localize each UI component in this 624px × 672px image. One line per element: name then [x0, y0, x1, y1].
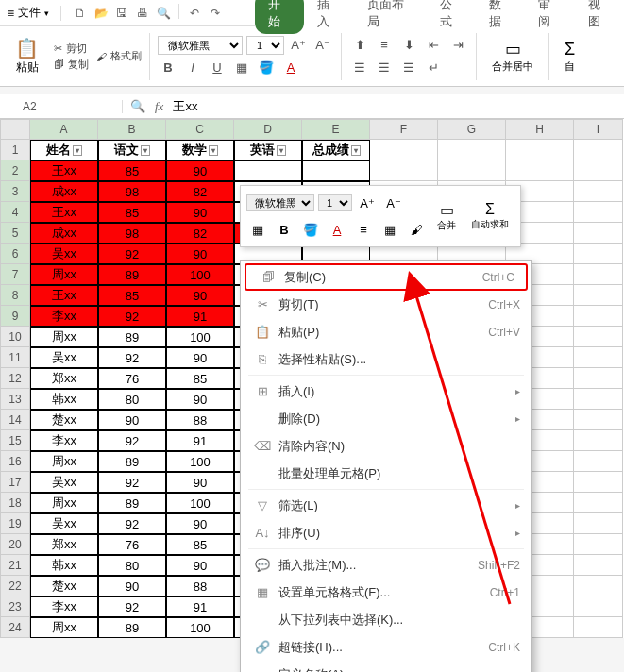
row-header[interactable]: 7 [0, 264, 30, 285]
row-header[interactable]: 20 [0, 534, 30, 555]
cell[interactable] [574, 472, 623, 493]
cell[interactable]: 89 [98, 617, 166, 638]
tab-formula[interactable]: 公式 [427, 0, 476, 34]
cell[interactable] [574, 244, 623, 264]
filter-icon[interactable]: ▾ [351, 145, 361, 156]
cell[interactable]: 90 [166, 389, 234, 410]
name-box[interactable]: A2 [0, 100, 123, 113]
align-right-icon[interactable]: ☰ [398, 58, 419, 78]
cell[interactable] [574, 596, 623, 617]
filter-icon[interactable]: ▾ [73, 145, 82, 156]
cell[interactable]: 85 [98, 285, 166, 306]
cell[interactable]: 英语▾ [234, 140, 302, 160]
align-bottom-icon[interactable]: ⬇ [398, 35, 419, 56]
file-menu[interactable]: ≡ 文件 ▾ [0, 5, 57, 21]
align-middle-icon[interactable]: ≡ [374, 35, 395, 56]
cell[interactable]: 周xx [30, 451, 98, 472]
cell[interactable]: 90 [98, 410, 166, 430]
formula-value[interactable]: 王xx [173, 98, 197, 115]
ctx-paste[interactable]: 📋 粘贴(P) Ctrl+V [241, 318, 531, 345]
cell[interactable] [574, 285, 623, 306]
cell[interactable]: 总成绩▾ [302, 140, 370, 160]
decrease-font-icon[interactable]: A⁻ [312, 35, 333, 56]
cell[interactable]: 76 [98, 534, 166, 555]
cell[interactable]: 92 [98, 306, 166, 327]
cell[interactable] [574, 306, 623, 327]
ctx-format-cells[interactable]: ▦ 设置单元格格式(F)... Ctrl+1 [241, 579, 531, 606]
col-header-C[interactable]: C [166, 119, 234, 140]
cell[interactable]: 王xx [30, 285, 98, 306]
cell[interactable] [574, 327, 623, 347]
undo-icon[interactable]: ↶ [185, 4, 204, 23]
cell[interactable]: 楚xx [30, 576, 98, 596]
format-painter-button[interactable]: 🖌格式刷 [96, 49, 142, 63]
cell[interactable]: 数学▾ [166, 140, 234, 160]
cell[interactable] [574, 202, 623, 223]
cell[interactable]: 90 [166, 472, 234, 493]
cell[interactable]: 90 [166, 513, 234, 534]
tab-view[interactable]: 视图 [575, 0, 624, 34]
cell[interactable]: 88 [166, 410, 234, 430]
cell[interactable]: 89 [98, 493, 166, 513]
row-header[interactable]: 8 [0, 285, 30, 306]
col-header-F[interactable]: F [370, 119, 438, 140]
cell[interactable] [574, 368, 623, 389]
cell[interactable]: 100 [166, 617, 234, 638]
row-header[interactable]: 18 [0, 493, 30, 513]
cell[interactable]: 85 [98, 202, 166, 223]
cell[interactable]: 92 [98, 347, 166, 368]
align-center-icon[interactable]: ☰ [374, 58, 395, 78]
ctx-hyperlink[interactable]: 🔗 超链接(H)... Ctrl+K [241, 633, 531, 661]
cell[interactable] [574, 513, 623, 534]
cell[interactable]: 85 [166, 534, 234, 555]
cell[interactable] [574, 410, 623, 430]
indent-increase-icon[interactable]: ⇥ [447, 35, 468, 56]
row-header[interactable]: 17 [0, 472, 30, 493]
tab-review[interactable]: 审阅 [525, 0, 574, 34]
row-header[interactable]: 3 [0, 181, 30, 202]
cell[interactable]: 100 [166, 327, 234, 347]
cell[interactable]: 周xx [30, 327, 98, 347]
cell[interactable]: 90 [166, 244, 234, 264]
cell[interactable]: 周xx [30, 617, 98, 638]
cell[interactable]: 91 [166, 596, 234, 617]
row-header[interactable]: 19 [0, 513, 30, 534]
row-header[interactable]: 11 [0, 347, 30, 368]
row-header[interactable]: 4 [0, 202, 30, 223]
fill-color-icon[interactable]: 🪣 [299, 218, 322, 241]
col-header-G[interactable]: G [438, 119, 506, 140]
cell[interactable] [234, 160, 302, 181]
cell[interactable]: 成xx [30, 181, 98, 202]
underline-button[interactable]: U [207, 58, 228, 78]
align-top-icon[interactable]: ⬆ [349, 35, 370, 56]
search-icon[interactable]: 🔍 [130, 99, 145, 113]
font-name-select[interactable]: 微软雅黑 [158, 36, 243, 55]
mini-font-name[interactable]: 微软雅黑 [246, 194, 314, 211]
cell[interactable]: 李xx [30, 596, 98, 617]
cell[interactable]: 郑xx [30, 368, 98, 389]
col-header-B[interactable]: B [98, 119, 166, 140]
cell[interactable]: 82 [166, 181, 234, 202]
cell[interactable]: 100 [166, 451, 234, 472]
cell[interactable]: 韩xx [30, 389, 98, 410]
cell[interactable] [438, 140, 506, 160]
cell[interactable] [574, 347, 623, 368]
align-left-icon[interactable]: ☰ [349, 58, 370, 78]
row-header[interactable]: 21 [0, 555, 30, 576]
cell[interactable]: 成xx [30, 223, 98, 244]
new-icon[interactable]: 🗋 [71, 4, 90, 23]
cell[interactable]: 90 [98, 576, 166, 596]
col-header-E[interactable]: E [302, 119, 370, 140]
bold-button[interactable]: B [158, 58, 178, 78]
cell[interactable]: 89 [98, 327, 166, 347]
format-cell-icon[interactable]: ▦ [246, 218, 269, 241]
col-header-H[interactable]: H [506, 119, 574, 140]
merge-center-button[interactable]: ▭ 合并居中 [484, 39, 541, 74]
save-icon[interactable]: 🖫 [112, 4, 131, 23]
ctx-delete[interactable]: 删除(D) ▸ [241, 405, 531, 432]
cell[interactable] [574, 493, 623, 513]
cell[interactable]: 98 [98, 181, 166, 202]
font-color-button[interactable]: A [280, 58, 301, 78]
row-header[interactable]: 24 [0, 617, 30, 638]
ctx-sort[interactable]: A↓ 排序(U) ▸ [241, 519, 531, 546]
